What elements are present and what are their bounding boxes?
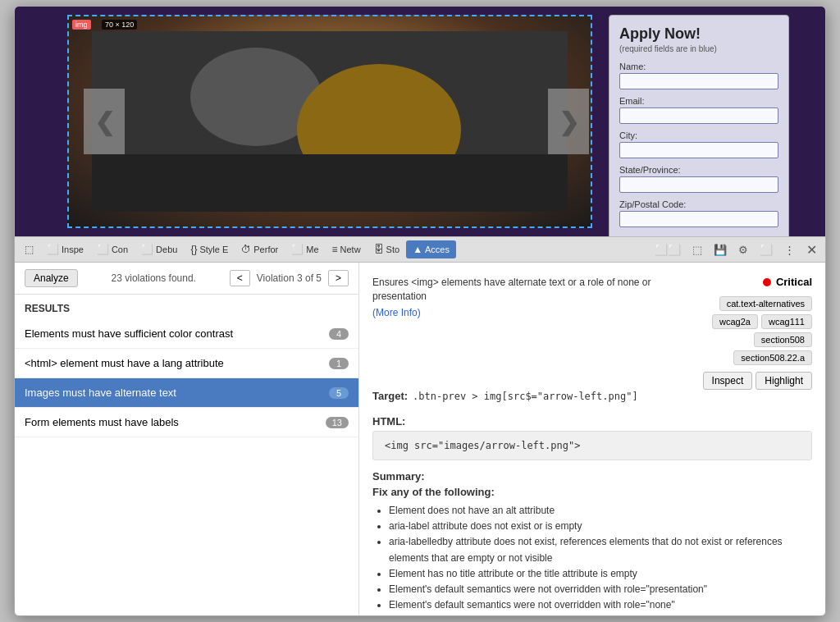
- html-label: HTML:: [372, 415, 812, 428]
- panel-right-top-left: Ensures <img> elements have alternate te…: [372, 276, 664, 390]
- panel-right: Ensures <img> elements have alternate te…: [359, 263, 825, 615]
- form-input-zip[interactable]: [619, 211, 778, 227]
- toolbar-storage-btn[interactable]: 🗄 Sto: [368, 240, 407, 258]
- img-dimensions: 70 × 120: [102, 20, 137, 30]
- summary-section: Summary: Fix any of the following: Eleme…: [372, 470, 812, 613]
- fix-item-4: Element's default semantics were not ove…: [389, 582, 812, 597]
- action-buttons: Inspect Highlight: [703, 372, 812, 390]
- panel-left: Analyze 23 violations found. < Violation…: [15, 263, 359, 615]
- violation-nav-text: Violation 3 of 5: [257, 272, 322, 284]
- form-input-name[interactable]: [619, 73, 778, 89]
- cursor-icon: ⬚: [25, 244, 34, 255]
- critical-label: Critical: [776, 276, 812, 288]
- tag-section508-22a: section508.22.a: [733, 350, 812, 365]
- panel-right-top: Ensures <img> elements have alternate te…: [372, 276, 812, 390]
- chevron-left-icon: ❮: [94, 107, 115, 136]
- result-item-forms[interactable]: Form elements must have labels 13: [15, 408, 358, 437]
- toolbar-console-btn[interactable]: ⬜ Con: [90, 240, 135, 258]
- form-input-email[interactable]: [619, 107, 778, 124]
- result-item-images[interactable]: Images must have alternate text 5: [15, 378, 358, 408]
- carousel-prev-button[interactable]: ❮: [84, 89, 125, 154]
- network-icon: ≡: [332, 244, 338, 255]
- toolbar-responsive-btn[interactable]: ⬚: [687, 240, 707, 259]
- result-label-images: Images must have alternate text: [25, 386, 329, 399]
- toolbar-cursor-btn[interactable]: ⬚: [18, 240, 40, 258]
- accessibility-panel: Analyze 23 violations found. < Violation…: [15, 263, 825, 615]
- toolbar-storage-label: Sto: [386, 245, 400, 254]
- tag-wcag2a: wcag2a: [712, 314, 758, 329]
- debug-icon: ⬜: [141, 244, 153, 255]
- target-label: Target:: [372, 390, 408, 402]
- tag-wcag111: wcag111: [761, 314, 812, 329]
- devtools-window: img 70 × 120 ❮ ❯ Apply Now!: [14, 6, 826, 616]
- fix-list: Element does not have an alt attribute a…: [372, 503, 812, 613]
- form-input-city[interactable]: [619, 142, 778, 158]
- form-group-city: City:: [619, 130, 778, 158]
- toolbar-styles-btn[interactable]: {} Style E: [184, 240, 235, 258]
- more-info-link[interactable]: (More Info): [372, 307, 664, 318]
- panel-right-top-right: Critical cat.text-alternatives wcag2a wc…: [664, 276, 812, 390]
- close-button[interactable]: ✕: [801, 239, 822, 261]
- fix-item-3: Element has no title attribute or the ti…: [389, 566, 812, 582]
- form-panel: Apply Now! (required fields are in blue)…: [609, 15, 789, 236]
- form-label-zip: Zip/Postal Code:: [619, 199, 778, 209]
- toolbar-inspect-btn[interactable]: ⬜ Inspe: [40, 240, 90, 258]
- result-count-contrast: 4: [329, 328, 349, 340]
- left-header: Analyze 23 violations found. < Violation…: [15, 263, 358, 295]
- result-count-forms: 13: [326, 417, 349, 428]
- carousel-area: img 70 × 120 ❮ ❯: [67, 15, 592, 228]
- perf-icon: ⏱: [241, 244, 251, 255]
- toolbar-network-label: Netw: [340, 245, 361, 254]
- toolbar-right: ⬜⬜ ⬚ 💾 ⚙ ⬜ ⋮ ✕: [650, 239, 822, 261]
- result-item-lang[interactable]: <html> element must have a lang attribut…: [15, 349, 358, 378]
- toolbar-memory-btn[interactable]: ⬜ Me: [285, 240, 325, 258]
- toolbar-save-btn[interactable]: 💾: [709, 240, 732, 259]
- tag-section508: section508: [754, 332, 812, 347]
- target-row: Target: .btn-prev > img[src$="arrow-left…: [372, 390, 812, 409]
- storage-icon: 🗄: [374, 244, 384, 255]
- preview-area: img 70 × 120 ❮ ❯ Apply Now!: [15, 7, 825, 236]
- toolbar-styles-label: Style E: [199, 245, 228, 254]
- result-item-contrast[interactable]: Elements must have sufficient color cont…: [15, 319, 358, 349]
- carousel-next-button[interactable]: ❯: [548, 89, 589, 154]
- highlight-button[interactable]: Highlight: [756, 372, 812, 390]
- console-icon: ⬜: [97, 244, 109, 255]
- toolbar-layout-btn[interactable]: ⬜⬜: [650, 240, 686, 259]
- toolbar-debug-btn[interactable]: ⬜ Debu: [135, 240, 184, 258]
- critical-dot-icon: [763, 278, 771, 286]
- styles-icon: {}: [190, 244, 197, 255]
- toolbar-settings-btn[interactable]: ⚙: [733, 240, 753, 259]
- toolbar-memory-label: Me: [306, 245, 318, 254]
- result-count-images: 5: [329, 387, 349, 399]
- result-label-forms: Form elements must have labels: [25, 416, 326, 428]
- preview-inner: img 70 × 120 ❮ ❯ Apply Now!: [51, 7, 789, 236]
- form-label-name: Name:: [619, 62, 778, 71]
- toolbar-network-btn[interactable]: ≡ Netw: [326, 240, 368, 258]
- toolbar-debug-label: Debu: [156, 245, 177, 254]
- form-input-state[interactable]: [619, 176, 778, 193]
- toolbar-accessibility-label: Acces: [425, 245, 450, 254]
- form-subtitle: (required fields are in blue): [619, 44, 778, 53]
- toolbar-perf-btn[interactable]: ⏱ Perfor: [235, 240, 285, 258]
- fix-item-0: Element does not have an alt attribute: [389, 503, 812, 519]
- results-header: RESULTS: [15, 295, 358, 319]
- toolbar-more-btn[interactable]: ⋮: [779, 240, 800, 259]
- chevron-right-icon: ❯: [559, 107, 579, 136]
- toolbar-accessibility-btn[interactable]: ▲ Acces: [406, 240, 456, 258]
- inspect-button[interactable]: Inspect: [703, 372, 753, 390]
- browser-window: img 70 × 120 ❮ ❯ Apply Now!: [0, 0, 840, 622]
- form-label-email: Email:: [619, 96, 778, 106]
- html-code: <img src="images/arrow-left.png">: [372, 431, 812, 460]
- analyze-button[interactable]: Analyze: [25, 269, 78, 287]
- highlight-border: [67, 15, 592, 228]
- fix-title: Fix any of the following:: [372, 486, 812, 498]
- nav-next-button[interactable]: >: [328, 270, 349, 286]
- nav-prev-button[interactable]: <: [230, 270, 250, 286]
- target-value: .btn-prev > img[src$="arrow-left.png"]: [413, 391, 638, 402]
- memory-icon: ⬜: [291, 244, 304, 255]
- fix-item-2: aria-labelledby attribute does not exist…: [389, 534, 812, 565]
- result-label-lang: <html> element must have a lang attribut…: [25, 357, 329, 369]
- form-title: Apply Now!: [619, 25, 778, 43]
- toolbar-dock-btn[interactable]: ⬜: [755, 240, 778, 259]
- inspect-icon: ⬜: [47, 244, 59, 255]
